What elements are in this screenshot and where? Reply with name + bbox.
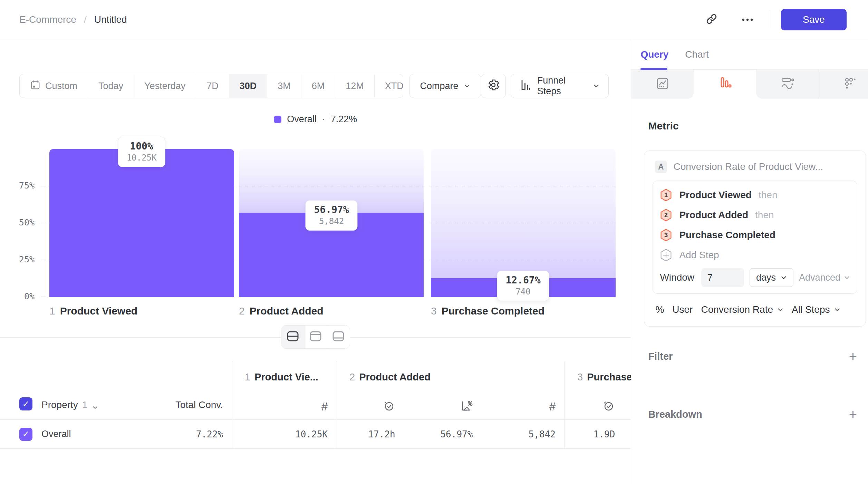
metric-badge-a: A	[655, 161, 667, 173]
metrics-chart-tab[interactable]	[631, 70, 694, 99]
metric-title-row[interactable]: A Conversion Rate of Product View...	[653, 161, 857, 173]
table-header-step-3: 3Purchase Completed	[565, 361, 631, 420]
y-tick	[41, 186, 46, 186]
conversion-count: 10.25K	[127, 153, 157, 163]
table-row-overall[interactable]: ✓ Overall 7.22%	[0, 420, 232, 449]
legend-color-swatch	[274, 116, 281, 123]
date-range-today[interactable]: Today	[88, 74, 134, 98]
date-range-xtd[interactable]: XTD	[374, 74, 403, 98]
funnel-step-3[interactable]: 3 Purchase Completed	[660, 225, 850, 245]
conversion-rate-icon[interactable]	[460, 399, 473, 413]
chart-legend[interactable]: Overall · 7.22%	[0, 114, 631, 125]
row-label: Overall	[41, 429, 71, 439]
breadcrumb: E-Commerce / Untitled	[19, 14, 127, 25]
funnel-steps-card: 1 Product Viewed then 2 Product Added th…	[653, 181, 857, 294]
x-axis-label-step-2: 2Product Added	[239, 305, 324, 317]
copy-link-button[interactable]	[701, 9, 722, 30]
conversion-count: 5,842	[314, 216, 349, 226]
bar-converted-segment	[49, 149, 234, 297]
line-chart-icon	[655, 76, 670, 93]
property-header-label[interactable]: Property	[41, 399, 78, 410]
add-step-label: Add Step	[679, 250, 719, 261]
date-range-7d[interactable]: 7D	[196, 74, 229, 98]
more-options-button[interactable]	[737, 9, 758, 30]
uniques-icon[interactable]: #	[549, 400, 556, 413]
total-conversion-header[interactable]: Total Conv.	[175, 399, 223, 410]
select-all-checkbox[interactable]: ✓	[19, 397, 32, 410]
measurement-row: % User Conversion Rate All Steps	[653, 303, 857, 317]
legend-series-label: Overall	[287, 114, 317, 125]
segmentation-tab[interactable]	[819, 70, 868, 99]
x-axis-label-step-3: 3Purchase Completed	[431, 305, 544, 317]
add-breakdown-button[interactable]: +	[849, 407, 857, 421]
date-range-yesterday[interactable]: Yesterday	[134, 74, 196, 98]
percent-icon[interactable]: %	[655, 304, 664, 315]
conversion-window-row: Window days Advanced	[660, 268, 850, 287]
conversion-pct: 12.67%	[505, 274, 540, 286]
tab-chart[interactable]: Chart	[685, 49, 708, 60]
funnel-step-2[interactable]: 2 Product Added then	[660, 205, 850, 225]
property-header-number: 1	[82, 399, 88, 410]
date-range-12m[interactable]: 12M	[335, 74, 374, 98]
measure-type-dropdown[interactable]: Conversion Rate	[701, 304, 783, 315]
chevron-down-icon[interactable]	[92, 405, 98, 410]
window-value-input[interactable]	[701, 268, 744, 287]
dots-grid-icon	[842, 76, 858, 93]
window-unit-label: days	[756, 272, 776, 283]
results-table: ✓ Property 1 Total Conv. 1Product Vie...…	[0, 361, 631, 449]
date-range-3m[interactable]: 3M	[267, 74, 301, 98]
layout-chart-view-button[interactable]	[304, 326, 327, 348]
chevron-down-icon	[777, 307, 783, 313]
layout-split-view-button[interactable]	[281, 326, 304, 348]
chart-type-selector[interactable]: Funnel Steps	[511, 74, 609, 98]
window-unit-select[interactable]: days	[750, 268, 793, 287]
y-tick	[41, 223, 46, 223]
date-range-custom[interactable]: Custom	[20, 74, 88, 98]
time-to-convert-value: 17.2h	[368, 429, 395, 439]
funnel-bar-step-1[interactable]	[49, 149, 234, 297]
funnel-chart: 75% 50% 25% 0%	[0, 125, 631, 325]
funnel-chart-tab-active[interactable]	[694, 70, 756, 99]
add-step-button[interactable]: Add Step	[660, 245, 850, 265]
layout-split-row	[0, 325, 631, 349]
breakdown-section: Breakdown +	[648, 407, 857, 421]
compare-button[interactable]: Compare	[409, 74, 481, 98]
y-axis-label-0: 0%	[0, 291, 35, 301]
svg-text:3: 3	[664, 232, 668, 239]
table-cell-step-2: 17.2h 56.97% 5,842	[337, 420, 565, 449]
tab-query[interactable]: Query	[640, 49, 668, 60]
breakdown-heading: Breakdown	[648, 409, 702, 420]
funnel-step-1[interactable]: 1 Product Viewed then	[660, 185, 850, 205]
legend-dot: ·	[322, 114, 325, 125]
measure-entity[interactable]: User	[672, 304, 693, 315]
time-to-convert-icon[interactable]	[602, 399, 615, 413]
measure-type-label: Conversion Rate	[701, 304, 773, 315]
metric-card: A Conversion Rate of Product View... 1 P…	[644, 151, 866, 327]
measure-scope-label: All Steps	[792, 304, 830, 315]
chart-settings-button[interactable]	[481, 74, 506, 98]
date-range-toolbar: Custom Today Yesterday 7D 30D 3M 6M 12M …	[19, 74, 609, 98]
uniques-icon[interactable]: #	[321, 400, 328, 413]
legend-value: 7.22%	[331, 114, 357, 125]
time-to-convert-icon[interactable]	[383, 399, 395, 413]
metric-section-heading: Metric	[648, 120, 868, 132]
breadcrumb-page-title[interactable]: Untitled	[94, 14, 127, 25]
advanced-dropdown[interactable]: Advanced	[799, 272, 850, 283]
retention-chart-tab[interactable]	[756, 70, 819, 99]
save-button[interactable]: Save	[781, 9, 847, 30]
y-tick	[41, 297, 46, 297]
layout-table-view-button[interactable]	[327, 326, 350, 348]
add-filter-button[interactable]: +	[849, 349, 857, 363]
active-tab-underline	[640, 68, 667, 70]
date-range-30d-active[interactable]: 30D	[229, 74, 267, 98]
metric-title: Conversion Rate of Product View...	[673, 161, 823, 172]
query-panel: Query Chart	[631, 39, 868, 484]
funnel-bars-icon	[717, 76, 733, 93]
measure-scope-dropdown[interactable]: All Steps	[792, 304, 840, 315]
gear-icon	[487, 78, 500, 94]
breadcrumb-project[interactable]: E-Commerce	[19, 14, 76, 25]
link-icon	[705, 13, 718, 27]
date-range-6m[interactable]: 6M	[301, 74, 335, 98]
row-checkbox[interactable]: ✓	[19, 428, 32, 441]
table-header-property: ✓ Property 1 Total Conv.	[0, 361, 232, 420]
